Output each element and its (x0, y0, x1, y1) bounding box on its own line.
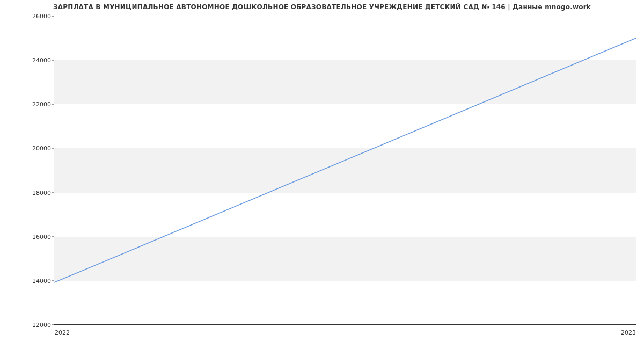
y-tick-mark (52, 104, 54, 105)
x-tick-mark (54, 325, 54, 327)
y-tick-label: 18000 (32, 189, 51, 196)
chart-title: ЗАРПЛАТА В МУНИЦИПАЛЬНОЕ АВТОНОМНОЕ ДОШК… (0, 3, 644, 11)
y-tick-mark (52, 60, 54, 61)
x-tick-label: 2023 (621, 329, 636, 336)
y-tick-label: 26000 (32, 13, 51, 20)
line-series-svg (54, 16, 636, 324)
y-tick-label: 14000 (32, 277, 51, 284)
x-tick-label: 2022 (55, 329, 70, 336)
line-chart: ЗАРПЛАТА В МУНИЦИПАЛЬНОЕ АВТОНОМНОЕ ДОШК… (0, 0, 644, 349)
y-tick-mark (52, 192, 54, 193)
y-tick-label: 12000 (32, 322, 51, 329)
series-line (54, 38, 636, 282)
y-tick-label: 22000 (32, 101, 51, 108)
y-tick-mark (52, 148, 54, 149)
y-tick-label: 16000 (32, 233, 51, 240)
y-tick-mark (52, 236, 54, 237)
y-tick-mark (52, 16, 54, 17)
y-tick-label: 20000 (32, 145, 51, 152)
y-tick-label: 24000 (32, 57, 51, 64)
y-tick-mark (52, 280, 54, 281)
plot-area (54, 16, 636, 325)
x-tick-mark (636, 325, 636, 327)
